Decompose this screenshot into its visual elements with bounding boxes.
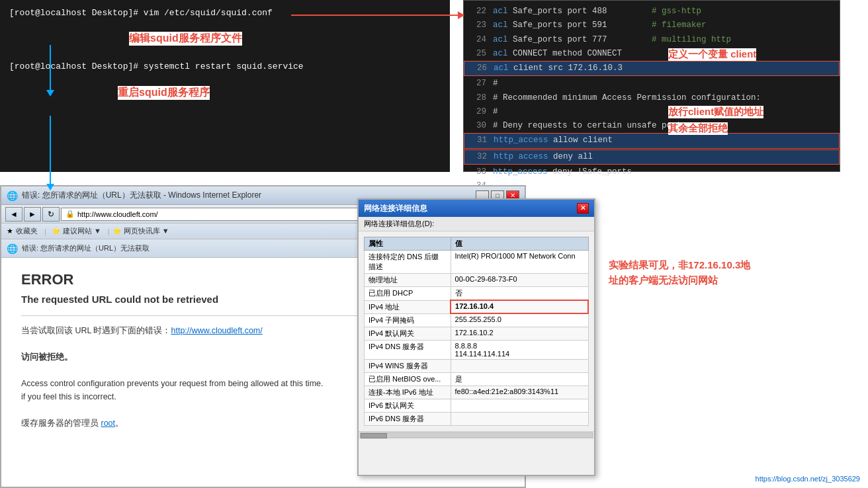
arrow-terminal-to-code	[291, 15, 459, 16]
cell-property: 物理地址	[365, 274, 451, 287]
code-line: 24acl Safe_ports port 777 # multiling ht…	[464, 33, 840, 47]
code-line: 25acl CONNECT method CONNECT	[464, 47, 840, 61]
line-number: 22	[468, 5, 486, 19]
line-content: # Recommended minimum Access Permission …	[493, 91, 761, 105]
favorites-quicktabs[interactable]: ⭐ 网页快讯库 ▼	[112, 226, 169, 236]
table-row: IPv4 WINS 服务器	[365, 359, 589, 372]
cell-value	[451, 359, 588, 372]
cell-property: 已启用 NetBIOS ove...	[365, 372, 451, 386]
cell-property: IPv4 子网掩码	[365, 313, 451, 327]
line-content: acl client src 172.16.10.3	[494, 61, 623, 75]
terminal-line-2: [root@localhost Desktop]# systemctl rest…	[9, 60, 441, 74]
error-admin-link[interactable]: root	[101, 419, 115, 428]
line-number: 25	[468, 47, 486, 61]
line-number: 28	[468, 91, 486, 105]
table-row: IPv4 子网掩码255.255.255.0	[365, 313, 589, 327]
scrollbar-track	[360, 432, 593, 438]
cell-value: Intel(R) PRO/1000 MT Network Conn	[451, 251, 588, 274]
cell-property: 连接-本地 IPv6 地址	[365, 386, 451, 399]
line-content: http access deny all	[494, 150, 593, 164]
error-icon: 🌐	[7, 243, 18, 254]
line-content: acl Safe_ports port 777 # multiling http	[493, 33, 731, 47]
line-number: 23	[468, 19, 486, 32]
network-scrollbar[interactable]	[359, 431, 594, 439]
terminal-window: [root@localhost Desktop]# vim /etc/squid…	[0, 0, 450, 172]
line-content: acl Safe_ports port 488 # gss-http	[493, 5, 701, 19]
code-line: 30# Deny requests to certain unsafe port…	[464, 119, 840, 133]
network-toolbar: 网络连接详细信息(D):	[359, 217, 594, 231]
cell-value: 172.16.10.2	[451, 327, 588, 340]
network-titlebar: 网络连接详细信息 ✕	[359, 200, 594, 217]
code-line: 32http access deny all	[464, 149, 840, 165]
table-row: IPv6 DNS 服务器	[365, 412, 589, 425]
table-row: 物理地址00-0C-29-68-73-F0	[365, 274, 589, 287]
favorites-suggest[interactable]: ⭐ 建议网站 ▼	[52, 226, 101, 236]
line-content: #	[493, 77, 498, 91]
cell-value: fe80::a4ed:21e2:a809:3143%11	[451, 386, 588, 399]
refresh-button[interactable]: ↻	[42, 207, 60, 222]
network-close-button[interactable]: ✕	[577, 203, 589, 214]
table-row: IPv4 DNS 服务器8.8.8.8114.114.114.114	[365, 340, 589, 359]
cell-property: IPv6 默认网关	[365, 399, 451, 412]
cell-value: 172.16.10.4	[451, 300, 588, 313]
error-url-link[interactable]: http://www.cloudleft.com/	[171, 326, 263, 335]
line-number: 29	[468, 105, 486, 119]
address-bar[interactable]: 🔒 http://www.cloudleft.com/	[61, 208, 381, 221]
browser-icon: 🌐	[7, 190, 18, 201]
code-line: 28# Recommended minimum Access Permissio…	[464, 91, 840, 105]
cell-value: 否	[451, 287, 588, 301]
line-number: 33	[468, 165, 486, 179]
annotation-define-client: 定义一个变量 client	[668, 48, 756, 61]
cell-property: 连接特定的 DNS 后缀描述	[365, 251, 451, 274]
error-bar-text: 错误: 您所请求的网址（URL）无法获取	[22, 243, 150, 253]
annotation-allow-client: 放行client赋值的地址	[668, 106, 763, 118]
line-content: acl CONNECT method CONNECT	[493, 47, 622, 61]
line-content: http_access allow client	[494, 134, 613, 147]
col-value: 值	[451, 237, 588, 251]
address-icon: 🔒	[65, 210, 75, 218]
line-content: #	[493, 105, 498, 119]
annotation-edit-squid: 编辑squid服务程序文件	[129, 32, 242, 46]
cell-property: IPv4 DNS 服务器	[365, 340, 451, 359]
cell-property: IPv4 WINS 服务器	[365, 359, 451, 372]
network-title: 网络连接详细信息	[364, 203, 577, 214]
annotation-deny-others: 其余全部拒绝	[668, 122, 728, 135]
cell-value: 255.255.255.0	[451, 313, 588, 327]
terminal-line-1: [root@localhost Desktop]# vim /etc/squid…	[9, 7, 441, 20]
code-line: 26acl client src 172.16.10.3	[464, 61, 840, 76]
table-row: 连接特定的 DNS 后缀描述Intel(R) PRO/1000 MT Netwo…	[365, 251, 589, 274]
table-row: 连接-本地 IPv6 地址fe80::a4ed:21e2:a809:3143%1…	[365, 386, 589, 399]
code-line: 31http_access allow client	[464, 133, 840, 148]
error-bold-text: 访问被拒绝。	[21, 352, 73, 362]
network-details-window: 网络连接详细信息 ✕ 网络连接详细信息(D): 属性值连接特定的 DNS 后缀描…	[357, 198, 595, 476]
code-editor: 22acl Safe_ports port 488 # gss-http23ac…	[463, 0, 840, 172]
arrow-restart-to-browser	[50, 116, 51, 185]
line-content: # Deny requests to certain unsafe ports	[493, 119, 687, 133]
favorites-item-main[interactable]: 收藏夹	[16, 226, 38, 236]
network-table: 属性值连接特定的 DNS 后缀描述Intel(R) PRO/1000 MT Ne…	[364, 237, 589, 426]
code-line: 23acl Safe_ports port 591 # filemaker	[464, 19, 840, 32]
line-number: 24	[468, 33, 486, 47]
back-button[interactable]: ◄	[5, 207, 22, 222]
forward-button[interactable]: ►	[24, 207, 41, 222]
line-number: 26	[468, 61, 487, 75]
network-subtitle: 网络连接详细信息(D):	[364, 219, 434, 229]
network-content: 属性值连接特定的 DNS 后缀描述Intel(R) PRO/1000 MT Ne…	[359, 231, 594, 431]
cell-value	[451, 399, 588, 412]
watermark: https://blog.csdn.net/zj_3035629	[756, 475, 860, 483]
code-line: 22acl Safe_ports port 488 # gss-http	[464, 5, 840, 19]
code-line: 27#	[464, 77, 840, 91]
code-line: 29#	[464, 105, 840, 119]
arrow-edit-to-restart	[50, 45, 51, 91]
table-row: IPv4 默认网关172.16.10.2	[365, 327, 589, 340]
address-text: http://www.cloudleft.com/	[77, 210, 158, 218]
cell-value: 8.8.8.8114.114.114.114	[451, 340, 588, 359]
code-line: 33http_access deny !Safe_ports	[464, 165, 840, 179]
line-number: 32	[468, 150, 487, 164]
annotation-restart-squid: 重启squid服务程序	[118, 86, 210, 100]
cell-value: 00-0C-29-68-73-F0	[451, 274, 588, 287]
scrollbar-thumb[interactable]	[361, 433, 387, 438]
line-number: 31	[468, 134, 487, 147]
table-row: IPv6 默认网关	[365, 399, 589, 412]
table-row: IPv4 地址172.16.10.4	[365, 300, 589, 313]
